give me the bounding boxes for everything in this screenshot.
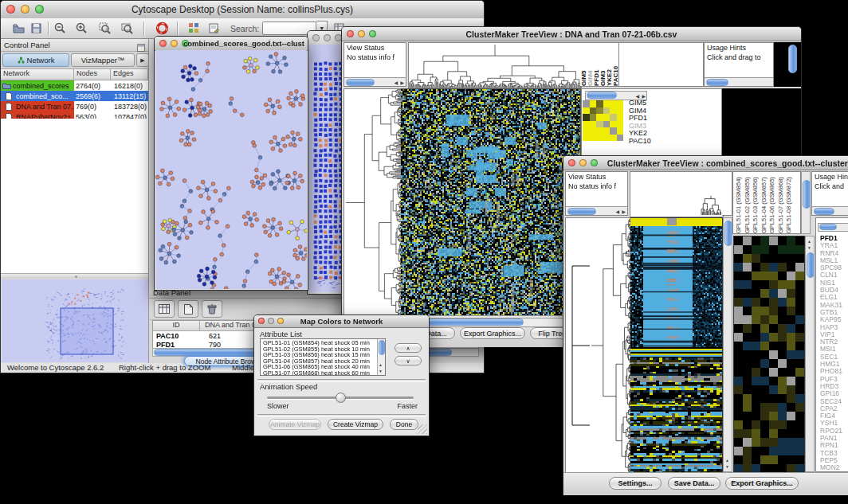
- tv2-button-save-data[interactable]: Save Data...: [668, 477, 720, 490]
- heatmap-cell[interactable]: [610, 127, 617, 135]
- heatmap-cell[interactable]: [596, 114, 603, 121]
- save-session-icon[interactable]: [29, 21, 43, 35]
- tv2-column-label[interactable]: GPL51-02 (GSM855): [744, 172, 752, 233]
- attribute-list-item[interactable]: GPL51-07 (GSM868) heat shock 60 min: [261, 370, 377, 376]
- dialog-button-animate-vizmap[interactable]: Animate Vizmap: [269, 419, 321, 430]
- heatmap-cell[interactable]: [603, 127, 610, 135]
- network-tree-row[interactable]: DNA and Tran 07...769(0)183728(0): [1, 101, 148, 111]
- tv2-button-settings[interactable]: Settings...: [609, 477, 662, 490]
- tv1-zoom-heatmap[interactable]: [583, 100, 623, 141]
- tv1-column-label[interactable]: YKE2: [606, 43, 612, 86]
- scroll-up-icon[interactable]: ▲: [379, 361, 383, 368]
- heatmap-cell[interactable]: [583, 107, 590, 115]
- heatmap-cell[interactable]: [617, 114, 624, 121]
- tv2-status-hscrollbar[interactable]: ◀ ▶: [566, 206, 627, 215]
- attribute-list-vscrollbar[interactable]: ▲ ▼: [377, 339, 385, 375]
- tv2-column-dendrogram[interactable]: [630, 171, 724, 217]
- zoom-selected-icon[interactable]: [98, 21, 112, 35]
- tv1-row-label[interactable]: PAC10: [629, 138, 651, 146]
- scroll-right-icon[interactable]: ▶: [622, 209, 626, 215]
- heatmap-cell[interactable]: [610, 107, 617, 115]
- network-view-canvas[interactable]: [155, 50, 307, 289]
- heatmap-cell[interactable]: [590, 135, 597, 142]
- tv2-column-label[interactable]: GPL51-07 (GSM868): [777, 172, 786, 233]
- heatmap-cell[interactable]: [610, 100, 617, 107]
- heatmap-cell[interactable]: [583, 127, 590, 135]
- zoom-in-icon[interactable]: [75, 21, 88, 35]
- heatmap-cell[interactable]: [583, 121, 590, 128]
- birdseye-overview-canvas[interactable]: [2, 279, 148, 362]
- tv1-column-label[interactable]: PFD1: [593, 43, 599, 86]
- minimize-button[interactable]: [171, 40, 178, 47]
- close-button[interactable]: [159, 40, 167, 47]
- heatmap-cell[interactable]: [617, 127, 624, 135]
- open-session-icon[interactable]: [12, 21, 26, 35]
- heatmap-cell[interactable]: [590, 100, 597, 107]
- column-header-network[interactable]: Network: [1, 69, 74, 80]
- heatmap-cell[interactable]: [596, 127, 603, 135]
- scroll-left-icon[interactable]: ◀: [394, 80, 398, 86]
- heatmap-cell[interactable]: [610, 121, 617, 128]
- scroll-up-icon[interactable]: ▲: [807, 238, 811, 244]
- network-tree-row[interactable]: combined_scores2764(0)16218(0): [1, 80, 148, 91]
- resize-grip[interactable]: [418, 424, 427, 434]
- birdseye-toggle-icon[interactable]: [187, 21, 201, 35]
- heatmap-cell[interactable]: [596, 107, 603, 115]
- attribute-list-item[interactable]: GPL51-02 (GSM855) heat shock 10 min: [261, 346, 377, 353]
- scroll-down-icon[interactable]: ▼: [807, 244, 811, 251]
- heatmap-cell[interactable]: [603, 121, 610, 128]
- move-up-button[interactable]: ∧: [395, 343, 422, 353]
- heatmap-cell[interactable]: [583, 100, 590, 107]
- network-tree-empty-area[interactable]: [1, 119, 148, 274]
- panel-splitter[interactable]: [1, 274, 148, 279]
- tab-overflow-button[interactable]: ▶: [136, 53, 149, 67]
- heatmap-cell[interactable]: [610, 135, 617, 142]
- heatmap-cell[interactable]: [610, 114, 617, 121]
- attribute-list-item[interactable]: GPL51-04 (GSM857) heat shock 20 min: [261, 358, 377, 365]
- tv1-column-label[interactable]: GIM4: [587, 43, 593, 86]
- heatmap-cell[interactable]: [596, 100, 603, 107]
- tv1-column-label[interactable]: GIM5: [580, 43, 587, 86]
- tv2-mid-vscrollbar[interactable]: ▲ ▼: [723, 217, 732, 472]
- tv1-row-dendrogram[interactable]: [344, 88, 402, 317]
- tv2-row-dendrogram[interactable]: [565, 217, 632, 474]
- slider-thumb[interactable]: [336, 393, 346, 403]
- heatmap-cell[interactable]: [583, 135, 590, 142]
- tv2-column-label[interactable]: GPL51-01 (GSM854): [735, 172, 744, 233]
- scroll-up-icon[interactable]: ▲: [725, 457, 729, 463]
- heatmap-cell[interactable]: [590, 114, 597, 121]
- tv1-global-heatmap[interactable]: [401, 88, 581, 317]
- tv2-label-hscrollbar[interactable]: [818, 223, 848, 232]
- heatmap-cell[interactable]: [603, 107, 610, 115]
- heatmap-cell[interactable]: [596, 135, 603, 142]
- close-button[interactable]: [312, 34, 320, 41]
- tab-network[interactable]: Network: [2, 53, 69, 67]
- help-lifesaver-icon[interactable]: [155, 21, 169, 35]
- scroll-down-icon[interactable]: ▼: [725, 463, 729, 470]
- heatmap-cell[interactable]: [617, 107, 624, 115]
- tv2-column-label[interactable]: GPL51-06 (GSM865): [768, 172, 777, 233]
- tv2-column-label[interactable]: GPL51-03 (GSM856): [752, 172, 760, 233]
- attribute-list-item[interactable]: GPL51-03 (GSM856) heat shock 15 min: [261, 352, 377, 358]
- heatmap-cell[interactable]: [590, 121, 597, 128]
- scroll-left-icon[interactable]: ◀: [615, 209, 619, 215]
- tv2-button-export-graphics[interactable]: Export Graphics...: [725, 477, 799, 490]
- float-panel-icon[interactable]: [137, 41, 145, 55]
- heatmap-cell[interactable]: [590, 127, 597, 135]
- tv2-column-label[interactable]: GPL51-04 (GSM857): [760, 172, 769, 233]
- zoom-out-icon[interactable]: [53, 21, 67, 35]
- heatmap-cell[interactable]: [603, 100, 610, 107]
- scroll-right-icon[interactable]: ▶: [400, 80, 404, 86]
- tv1-column-dendrogram[interactable]: [408, 42, 582, 88]
- heatmap-cell[interactable]: [590, 107, 597, 115]
- attribute-list-item[interactable]: GPL51-06 (GSM865) heat shock 40 min: [261, 364, 377, 370]
- tv2-zoom-heatmap[interactable]: [733, 236, 805, 474]
- heatmap-cell[interactable]: [617, 121, 624, 128]
- tv1-right-vscroll-thumb[interactable]: [788, 45, 797, 73]
- heatmap-cell[interactable]: [617, 135, 624, 142]
- tv2-column-label[interactable]: GPL51-08 (GSM872): [785, 172, 794, 233]
- new-attribute-icon[interactable]: [178, 300, 198, 318]
- animation-speed-slider[interactable]: [267, 397, 414, 399]
- attribute-list[interactable]: GPL51-01 (GSM854) heat shock 05 minGPL51…: [260, 338, 386, 376]
- column-header-id[interactable]: ID: [153, 321, 200, 330]
